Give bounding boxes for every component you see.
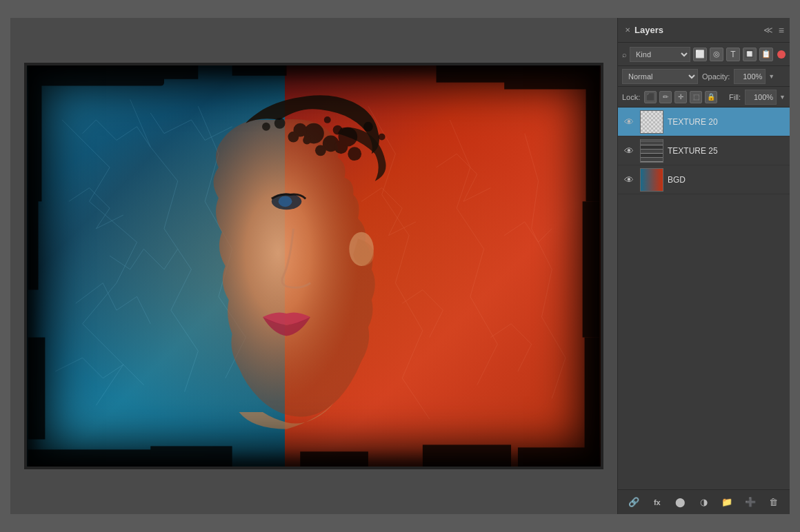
filter-row: ⌕ Kind Name Effect Mode ⬜ ◎ T 🔲 📋 [618, 43, 790, 66]
layer-thumb-bgd [640, 168, 663, 192]
canvas-frame [24, 63, 603, 469]
filter-pixel-icon[interactable]: ⬜ [693, 48, 707, 61]
svg-rect-24 [150, 446, 232, 467]
fill-chevron[interactable]: ▼ [779, 94, 786, 101]
svg-point-9 [288, 132, 299, 143]
filter-active-indicator [777, 50, 786, 59]
opacity-label: Opacity: [702, 72, 730, 81]
svg-rect-19 [130, 65, 199, 79]
blend-mode-select[interactable]: Normal Multiply Screen Overlay [622, 69, 698, 84]
layers-list: 👁 TEXTURE 20 👁 TEXTURE 25 👁 BGD [618, 108, 790, 489]
svg-rect-29 [28, 188, 39, 290]
svg-rect-33 [585, 338, 600, 467]
lock-position-icon[interactable]: ✛ [674, 91, 687, 103]
opacity-value[interactable]: 100% [734, 69, 766, 84]
canvas-image [27, 65, 601, 467]
footer-mask-icon[interactable]: ⬤ [673, 495, 688, 510]
filter-smart-icon[interactable]: 📋 [759, 48, 773, 61]
svg-point-11 [348, 147, 361, 161]
fill-value[interactable]: 100% [745, 90, 777, 105]
svg-point-17 [379, 134, 386, 141]
layer-item-texture20[interactable]: 👁 TEXTURE 20 [618, 108, 790, 136]
footer-group-icon[interactable]: 📁 [719, 495, 734, 510]
layer-thumb-texture20 [640, 110, 663, 134]
panel-title: Layers [634, 25, 663, 35]
panel-header-left: ✕ Layers [623, 25, 663, 35]
panel-footer: 🔗 fx ⬤ ◑ 📁 ➕ 🗑 [618, 489, 790, 514]
lock-transparent-icon[interactable]: ⬛ [644, 91, 657, 103]
panel-menu-button[interactable]: ≡ [779, 25, 784, 36]
svg-point-8 [303, 136, 311, 145]
svg-rect-25 [300, 451, 368, 467]
svg-point-16 [363, 122, 373, 132]
lock-label: Lock: [622, 93, 640, 101]
svg-point-15 [324, 116, 331, 123]
panel-header: ✕ Layers ≪ ≡ [618, 18, 790, 43]
footer-adjustment-icon[interactable]: ◑ [696, 495, 711, 510]
blend-row: Normal Multiply Screen Overlay Opacity: … [618, 66, 790, 87]
lock-icons: ⬛ ✏ ✛ ⬚ 🔒 [644, 91, 725, 103]
layer-name-texture20: TEXTURE 20 [668, 117, 786, 127]
svg-rect-28 [28, 65, 42, 201]
app-container: ✕ Layers ≪ ≡ ⌕ Kind Name Effect Mode ⬜ [10, 18, 790, 514]
lock-all-icon[interactable]: 🔒 [705, 91, 717, 103]
svg-rect-20 [232, 65, 287, 76]
svg-point-12 [333, 125, 343, 135]
opacity-chevron[interactable]: ▼ [768, 73, 774, 80]
svg-point-1 [279, 196, 292, 207]
layer-item-bgd[interactable]: 👁 BGD [618, 165, 790, 194]
collapse-icon[interactable]: ≪ [763, 25, 773, 35]
filter-adjust-icon[interactable]: ◎ [710, 48, 723, 61]
filter-type-icon[interactable]: T [726, 48, 740, 61]
svg-rect-32 [583, 201, 600, 337]
footer-link-icon[interactable]: 🔗 [626, 495, 641, 510]
lock-image-icon[interactable]: ✏ [659, 91, 672, 103]
canvas-svg [27, 65, 601, 467]
lock-row: Lock: ⬛ ✏ ✛ ⬚ 🔒 Fill: 100% ▼ [618, 87, 790, 108]
layer-name-bgd: BGD [668, 175, 786, 185]
filter-shape-icon[interactable]: 🔲 [743, 48, 757, 61]
layers-panel: ✕ Layers ≪ ≡ ⌕ Kind Name Effect Mode ⬜ [617, 18, 790, 514]
svg-rect-30 [28, 338, 46, 440]
lock-artboard-icon[interactable]: ⬚ [690, 91, 702, 103]
layer-visibility-texture20[interactable]: 👁 [622, 115, 636, 129]
svg-rect-23 [28, 449, 164, 467]
footer-fx-icon[interactable]: fx [650, 495, 665, 510]
layer-item-texture25[interactable]: 👁 TEXTURE 25 [618, 136, 790, 165]
footer-delete-icon[interactable]: 🗑 [766, 495, 781, 510]
canvas-area [10, 18, 617, 514]
layer-name-texture25: TEXTURE 25 [668, 146, 786, 156]
svg-point-6 [315, 145, 326, 156]
filter-label: ⌕ [622, 50, 627, 59]
layer-visibility-bgd[interactable]: 👁 [622, 173, 636, 187]
svg-point-13 [262, 123, 270, 131]
svg-rect-26 [423, 444, 511, 467]
footer-new-layer-icon[interactable]: ➕ [743, 495, 758, 510]
layer-thumb-texture25 [640, 139, 663, 163]
close-button[interactable]: ✕ [623, 26, 632, 34]
filter-kind-select[interactable]: Kind Name Effect Mode [630, 47, 690, 62]
layer-visibility-texture25[interactable]: 👁 [622, 144, 636, 158]
svg-rect-31 [586, 65, 600, 201]
svg-point-14 [274, 118, 286, 129]
fill-label: Fill: [729, 93, 741, 101]
svg-rect-22 [504, 65, 599, 90]
